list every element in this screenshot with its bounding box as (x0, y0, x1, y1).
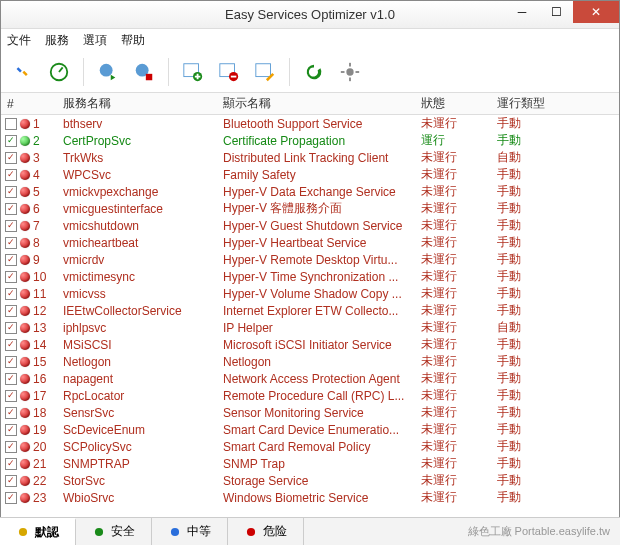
tab-default-label: 默認 (35, 524, 59, 541)
settings-gear-icon[interactable] (336, 58, 364, 86)
col-disp[interactable]: 顯示名稱 (223, 95, 421, 112)
service-name: vmictimesync (63, 270, 223, 284)
table-row[interactable]: ✓10vmictimesyncHyper-V Time Synchronizat… (1, 268, 619, 285)
service-name: WbioSrvc (63, 491, 223, 505)
table-row[interactable]: ✓14MSiSCSIMicrosoft iSCSI Initiator Serv… (1, 336, 619, 353)
checkbox[interactable]: ✓ (5, 220, 17, 232)
checkbox[interactable]: ✓ (5, 407, 17, 419)
table-row[interactable]: ✓9vmicrdvHyper-V Remote Desktop Virtu...… (1, 251, 619, 268)
checkbox[interactable]: ✓ (5, 203, 17, 215)
checkbox[interactable]: ✓ (5, 152, 17, 164)
gauge-icon[interactable] (45, 58, 73, 86)
tab-default[interactable]: 默認 (0, 518, 76, 545)
col-type[interactable]: 運行類型 (497, 95, 619, 112)
tab-medium[interactable]: 中等 (152, 518, 228, 545)
table-row[interactable]: ✓7vmicshutdownHyper-V Guest Shutdown Ser… (1, 217, 619, 234)
checkbox[interactable]: ✓ (5, 475, 17, 487)
checkbox[interactable]: ✓ (5, 373, 17, 385)
table-row[interactable]: ✓5vmickvpexchangeHyper-V Data Exchange S… (1, 183, 619, 200)
close-button[interactable]: ✕ (573, 1, 619, 23)
table-row[interactable]: ✓2CertPropSvcCertificate Propagation運行手動 (1, 132, 619, 149)
start-type: 手動 (497, 353, 619, 370)
table-row[interactable]: ✓19ScDeviceEnumSmart Card Device Enumera… (1, 421, 619, 438)
checkbox[interactable]: ✓ (5, 271, 17, 283)
tab-danger[interactable]: 危险 (228, 518, 304, 545)
row-number: 20 (33, 440, 46, 454)
table-row[interactable]: ✓15NetlogonNetlogon未運行手動 (1, 353, 619, 370)
menu-file[interactable]: 文件 (7, 32, 31, 49)
table-row[interactable]: ✓18SensrSvcSensor Monitoring Service未運行手… (1, 404, 619, 421)
checkbox[interactable]: ✓ (5, 169, 17, 181)
titlebar[interactable]: Easy Services Optimizer v1.0 ─ ☐ ✕ (1, 1, 619, 29)
table-row[interactable]: ✓17RpcLocatorRemote Procedure Call (RPC)… (1, 387, 619, 404)
checkbox[interactable]: ✓ (5, 424, 17, 436)
checkbox[interactable]: ✓ (5, 458, 17, 470)
service-name: RpcLocator (63, 389, 223, 403)
refresh-icon[interactable] (300, 58, 328, 86)
list-edit-icon[interactable] (251, 58, 279, 86)
gear-play-icon[interactable] (94, 58, 122, 86)
table-row[interactable]: 1bthservBluetooth Support Service未運行手動 (1, 115, 619, 132)
wand-wrench-icon[interactable] (9, 58, 37, 86)
table-row[interactable]: ✓21SNMPTRAPSNMP Trap未運行手動 (1, 455, 619, 472)
table-row[interactable]: ✓22StorSvcStorage Service未運行手動 (1, 472, 619, 489)
table-row[interactable]: ✓16napagentNetwork Access Protection Age… (1, 370, 619, 387)
minimize-button[interactable]: ─ (505, 1, 539, 23)
checkbox[interactable]: ✓ (5, 390, 17, 402)
menu-options[interactable]: 選項 (83, 32, 107, 49)
status-text: 未運行 (421, 217, 497, 234)
table-row[interactable]: ✓6vmicguestinterfaceHyper-V 客體服務介面未運行手動 (1, 200, 619, 217)
display-name: Netlogon (223, 355, 421, 369)
list-remove-icon[interactable] (215, 58, 243, 86)
checkbox[interactable]: ✓ (5, 135, 17, 147)
table-row[interactable]: ✓11vmicvssHyper-V Volume Shadow Copy ...… (1, 285, 619, 302)
table-row[interactable]: ✓3TrkWksDistributed Link Tracking Client… (1, 149, 619, 166)
tab-safe[interactable]: 安全 (76, 518, 152, 545)
checkbox[interactable]: ✓ (5, 339, 17, 351)
svg-point-9 (346, 68, 353, 75)
svg-rect-13 (356, 71, 360, 73)
display-name: Hyper-V Guest Shutdown Service (223, 219, 421, 233)
start-type: 手動 (497, 438, 619, 455)
status-text: 未運行 (421, 268, 497, 285)
display-name: Hyper-V Data Exchange Service (223, 185, 421, 199)
status-dot-icon (20, 374, 30, 384)
checkbox[interactable]: ✓ (5, 254, 17, 266)
row-number: 23 (33, 491, 46, 505)
row-number: 14 (33, 338, 46, 352)
col-num[interactable]: # (1, 97, 63, 111)
service-name: napagent (63, 372, 223, 386)
checkbox[interactable]: ✓ (5, 305, 17, 317)
table-row[interactable]: ✓23WbioSrvcWindows Biometric Service未運行手… (1, 489, 619, 506)
status-text: 未運行 (421, 234, 497, 251)
table-row[interactable]: ✓13iphlpsvcIP Helper未運行自動 (1, 319, 619, 336)
status-dot-icon (20, 170, 30, 180)
table-row[interactable]: ✓8vmicheartbeatHyper-V Heartbeat Service… (1, 234, 619, 251)
checkbox[interactable]: ✓ (5, 492, 17, 504)
col-svc[interactable]: 服務名稱 (63, 95, 223, 112)
table-row[interactable]: ✓4WPCSvcFamily Safety未運行手動 (1, 166, 619, 183)
service-name: SCPolicySvc (63, 440, 223, 454)
maximize-button[interactable]: ☐ (539, 1, 573, 23)
start-type: 自動 (497, 149, 619, 166)
status-dot-icon (20, 136, 30, 146)
checkbox[interactable]: ✓ (5, 186, 17, 198)
checkbox[interactable] (5, 118, 17, 130)
status-text: 未運行 (421, 336, 497, 353)
table-row[interactable]: ✓20SCPolicySvcSmart Card Removal Policy未… (1, 438, 619, 455)
display-name: Windows Biometric Service (223, 491, 421, 505)
service-list[interactable]: 1bthservBluetooth Support Service未運行手動✓2… (1, 115, 619, 507)
col-stat[interactable]: 狀態 (421, 95, 497, 112)
menu-help[interactable]: 帮助 (121, 32, 145, 49)
checkbox[interactable]: ✓ (5, 288, 17, 300)
checkbox[interactable]: ✓ (5, 322, 17, 334)
table-row[interactable]: ✓12IEEtwCollectorServiceInternet Explore… (1, 302, 619, 319)
checkbox[interactable]: ✓ (5, 237, 17, 249)
menu-service[interactable]: 服務 (45, 32, 69, 49)
display-name: IP Helper (223, 321, 421, 335)
list-add-icon[interactable] (179, 58, 207, 86)
list-header: # 服務名稱 顯示名稱 狀態 運行類型 (1, 93, 619, 115)
checkbox[interactable]: ✓ (5, 356, 17, 368)
gear-stop-icon[interactable] (130, 58, 158, 86)
checkbox[interactable]: ✓ (5, 441, 17, 453)
